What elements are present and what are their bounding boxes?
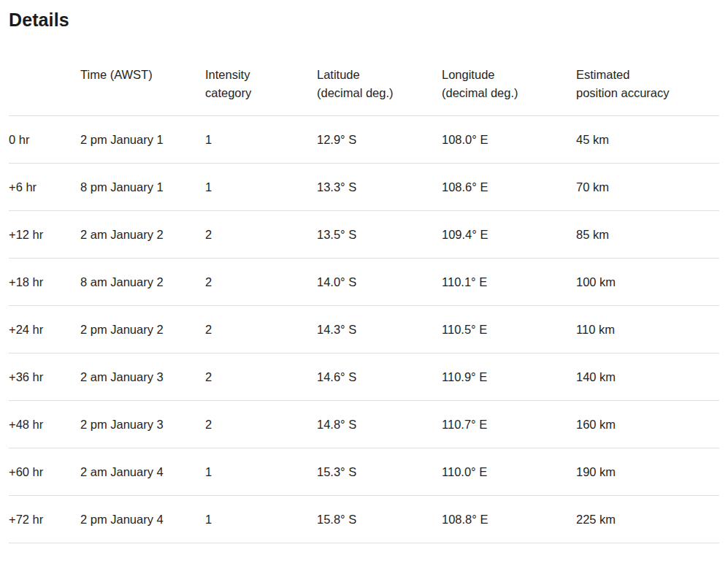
header-row: Time (AWST) Intensity category Latitude … bbox=[9, 66, 719, 116]
cell-time: 8 am January 2 bbox=[80, 259, 205, 306]
cell-time: 2 am January 2 bbox=[80, 211, 205, 259]
cell-time: 2 pm January 4 bbox=[80, 496, 205, 543]
header-intensity-label: Intensity category bbox=[205, 68, 251, 99]
cell-longitude: 110.9° E bbox=[442, 353, 576, 401]
cell-intensity: 2 bbox=[205, 211, 317, 259]
cell-accuracy: 70 km bbox=[576, 164, 719, 211]
cell-time: 2 am January 4 bbox=[80, 448, 205, 496]
header-latitude-label: Latitude (decimal deg.) bbox=[317, 68, 394, 99]
cell-longitude: 110.7° E bbox=[442, 401, 576, 448]
cell-longitude: 108.0° E bbox=[442, 116, 576, 164]
cell-latitude: 13.3° S bbox=[317, 164, 442, 211]
cell-latitude: 14.3° S bbox=[317, 306, 442, 353]
table-row: +12 hr2 am January 2213.5° S109.4° E85 k… bbox=[9, 211, 719, 259]
cell-intensity: 1 bbox=[205, 116, 317, 164]
table-row: +6 hr8 pm January 1113.3° S108.6° E70 km bbox=[9, 164, 719, 211]
cell-time: 2 am January 3 bbox=[80, 353, 205, 401]
cell-longitude: 110.1° E bbox=[442, 259, 576, 306]
header-time: Time (AWST) bbox=[80, 66, 205, 116]
table-row: +24 hr2 pm January 2214.3° S110.5° E110 … bbox=[9, 306, 719, 353]
cell-accuracy: 85 km bbox=[576, 211, 719, 259]
cell-latitude: 12.9° S bbox=[317, 116, 442, 164]
details-page: Details Time (AWST) Intensity category bbox=[0, 0, 728, 566]
table-row: +18 hr8 am January 2214.0° S110.1° E100 … bbox=[9, 259, 719, 306]
cell-latitude: 15.3° S bbox=[317, 448, 442, 496]
cell-intensity: 1 bbox=[205, 164, 317, 211]
header-accuracy: Estimated position accuracy bbox=[576, 66, 719, 116]
table-header: Time (AWST) Intensity category Latitude … bbox=[9, 66, 719, 116]
cell-intensity: 2 bbox=[205, 401, 317, 448]
cell-accuracy: 190 km bbox=[576, 448, 719, 496]
cell-hour: +12 hr bbox=[9, 211, 80, 259]
cell-longitude: 108.8° E bbox=[442, 496, 576, 543]
details-table: Time (AWST) Intensity category Latitude … bbox=[9, 66, 719, 543]
cell-hour: +18 hr bbox=[9, 259, 80, 306]
cell-hour: +36 hr bbox=[9, 353, 80, 401]
cell-latitude: 13.5° S bbox=[317, 211, 442, 259]
page-title: Details bbox=[9, 9, 719, 31]
cell-longitude: 110.0° E bbox=[442, 448, 576, 496]
cell-intensity: 2 bbox=[205, 259, 317, 306]
table-row: +36 hr2 am January 3214.6° S110.9° E140 … bbox=[9, 353, 719, 401]
cell-longitude: 109.4° E bbox=[442, 211, 576, 259]
cell-hour: +48 hr bbox=[9, 401, 80, 448]
header-intensity: Intensity category bbox=[205, 66, 317, 116]
cell-accuracy: 45 km bbox=[576, 116, 719, 164]
cell-accuracy: 140 km bbox=[576, 353, 719, 401]
cell-intensity: 2 bbox=[205, 306, 317, 353]
cell-hour: +24 hr bbox=[9, 306, 80, 353]
cell-latitude: 14.6° S bbox=[317, 353, 442, 401]
cell-intensity: 1 bbox=[205, 496, 317, 543]
table-row: +72 hr2 pm January 4115.8° S108.8° E225 … bbox=[9, 496, 719, 543]
table-row: +60 hr2 am January 4115.3° S110.0° E190 … bbox=[9, 448, 719, 496]
cell-accuracy: 110 km bbox=[576, 306, 719, 353]
cell-latitude: 14.0° S bbox=[317, 259, 442, 306]
header-accuracy-label: Estimated position accuracy bbox=[576, 68, 669, 99]
cell-time: 8 pm January 1 bbox=[80, 164, 205, 211]
cell-hour: +72 hr bbox=[9, 496, 80, 543]
table-body: 0 hr2 pm January 1112.9° S108.0° E45 km+… bbox=[9, 116, 719, 543]
cell-intensity: 2 bbox=[205, 353, 317, 401]
cell-latitude: 14.8° S bbox=[317, 401, 442, 448]
table-row: +48 hr2 pm January 3214.8° S110.7° E160 … bbox=[9, 401, 719, 448]
cell-accuracy: 225 km bbox=[576, 496, 719, 543]
header-time-label: Time (AWST) bbox=[80, 68, 153, 81]
header-longitude: Longitude (decimal deg.) bbox=[442, 66, 576, 116]
cell-hour: 0 hr bbox=[9, 116, 80, 164]
cell-accuracy: 100 km bbox=[576, 259, 719, 306]
cell-accuracy: 160 km bbox=[576, 401, 719, 448]
cell-time: 2 pm January 3 bbox=[80, 401, 205, 448]
cell-hour: +6 hr bbox=[9, 164, 80, 211]
cell-longitude: 110.5° E bbox=[442, 306, 576, 353]
cell-hour: +60 hr bbox=[9, 448, 80, 496]
cell-longitude: 108.6° E bbox=[442, 164, 576, 211]
cell-time: 2 pm January 2 bbox=[80, 306, 205, 353]
header-longitude-label: Longitude (decimal deg.) bbox=[442, 68, 518, 99]
cell-latitude: 15.8° S bbox=[317, 496, 442, 543]
header-hour bbox=[9, 66, 80, 116]
cell-intensity: 1 bbox=[205, 448, 317, 496]
cell-time: 2 pm January 1 bbox=[80, 116, 205, 164]
table-row: 0 hr2 pm January 1112.9° S108.0° E45 km bbox=[9, 116, 719, 164]
header-latitude: Latitude (decimal deg.) bbox=[317, 66, 442, 116]
